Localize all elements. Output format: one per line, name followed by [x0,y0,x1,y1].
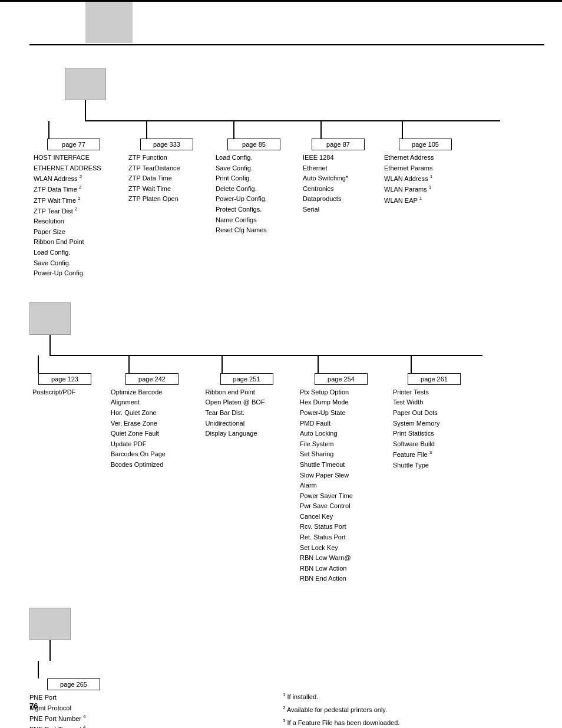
col2-page-box: page 333 [140,139,193,150]
col3-v-line [233,121,234,139]
row3-col1-page-box: page 265 [47,678,100,690]
row2-col5-v-line [411,355,412,373]
top-bar-line [0,0,562,2]
row2-v-connector [49,335,51,355]
row2-col2-page-box: page 242 [125,373,178,385]
row2-structure: page 123 Postscript/PDF page 242 Optimiz… [29,302,544,584]
main-content: page 77 HOST INTERFACE ETHERNET ADDRESS … [29,56,544,728]
row2-col2-v-line [128,355,130,373]
footnotes-area: 1 If installed. 2 Available for pedestal… [283,661,403,728]
top-gray-tab [85,2,133,43]
row2-col3-text: Ribbon end Point Open Platen @ BOF Tear … [206,385,288,439]
row3-boxes: page 265 PNE Port Mgmt Protocol PNE Port… [29,661,544,728]
row2-col1-text: Postscript/PDF [32,385,97,398]
row2-col1-page-box: page 123 [38,373,91,385]
col2-v-line [146,121,147,139]
col3-page-box: page 85 [227,139,280,150]
row2-col2-unit: page 242 Optimize Barcode Alignment Hor.… [111,355,193,470]
row2-col1-v-line [38,355,39,373]
row2-col5-page-box: page 261 [408,373,461,385]
row2-col4-text: Ptx Setup Option Hex Dump Mode Power-Up … [300,385,382,584]
col4-v-line [320,121,322,139]
row2-col5-unit: page 261 Printer Tests Test Width Paper … [393,355,475,470]
row2-boxes: page 123 Postscript/PDF page 242 Optimiz… [29,355,544,584]
row2-col3-page-box: page 251 [220,373,273,385]
row2-col4-v-line [318,355,319,373]
col1-v-line [48,121,49,139]
row2-col3-v-line [222,355,223,373]
row2-col4-page-box: page 254 [315,373,368,385]
row2-gray-box [29,302,71,335]
col4-text: IEEE 1284 Ethernet Auto Switching* Centr… [303,150,373,215]
col3-text: Load Config. Save Config. Print Config. … [216,150,292,236]
col5-page-box: page 105 [399,139,452,150]
row2-col3-unit: page 251 Ribbon end Point Open Platen @ … [204,355,289,439]
col5-v-line [402,121,403,139]
col5-unit: page 105 Ethernet Address Ethernet Param… [384,121,467,206]
col1-text: HOST INTERFACE ETHERNET ADDRESS WLAN Add… [32,150,115,279]
row2-col2-text: Optimize Barcode Alignment Hor. Quiet Zo… [111,385,193,470]
row3-structure: page 265 PNE Port Mgmt Protocol PNE Port… [29,608,544,728]
footnote-1: 1 If installed. [283,690,403,703]
top-line-below-tab [29,44,544,45]
col1-page-box: page 77 [47,139,100,150]
row1-boxes: page 77 HOST INTERFACE ETHERNET ADDRESS … [29,121,544,279]
row1-gray-box [65,68,106,100]
row3-gray-box [29,608,71,640]
row2-col4-unit: page 254 Ptx Setup Option Hex Dump Mode … [300,355,382,584]
col2-unit: page 333 ZTP Function ZTP TearDistance Z… [128,121,205,205]
col2-text: ZTP Function ZTP TearDistance ZTP Data T… [128,150,205,205]
row3-col1-unit: page 265 PNE Port Mgmt Protocol PNE Port… [29,661,118,728]
row3-col1-text: PNE Port Mgmt Protocol PNE Port Number 4… [29,690,118,728]
row3-col1-v-line [38,661,39,678]
col1-unit: page 77 HOST INTERFACE ETHERNET ADDRESS … [29,121,118,279]
col4-page-box: page 87 [312,139,365,150]
footnote-3: 3 If a Feature File has been downloaded. [283,716,403,728]
col3-unit: page 85 Load Config. Save Config. Print … [216,121,292,236]
row1-v-connector [85,100,86,121]
row2-col5-text: Printer Tests Test Width Paper Out Dots … [393,385,475,470]
row1-structure: page 77 HOST INTERFACE ETHERNET ADDRESS … [29,68,544,279]
footnote-2: 2 Available for pedestal printers only. [283,703,403,716]
row2-col1-unit: page 123 Postscript/PDF [29,355,100,398]
col5-text: Ethernet Address Ethernet Params WLAN Ad… [384,150,467,206]
col4-unit: page 87 IEEE 1284 Ethernet Auto Switchin… [303,121,373,215]
row3-v-connector [49,640,51,661]
